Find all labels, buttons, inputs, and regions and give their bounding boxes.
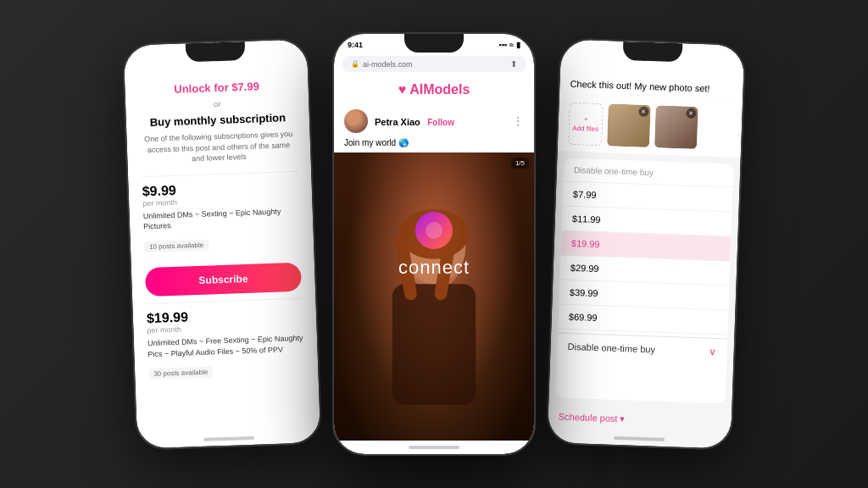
buy-monthly-title: Buy monthly subscription [140,111,296,129]
file-thumbnail-1: ✕ [607,103,651,147]
phone2-home-indicator [409,446,459,449]
phone3-home-indicator [614,436,665,441]
aimodels-logo: ♥AIModels [334,75,534,104]
site-name: AIModels [409,82,470,97]
post-image: 1/5 [334,152,534,441]
price-option-6[interactable]: $69.99 [558,304,728,335]
phone-subscription: Unlock for $7.99 or Buy monthly subscrip… [122,37,323,450]
divider1 [142,171,298,177]
plan1-description: Unlimited DMs ~ Sexting ~ Epic Naughty P… [143,206,300,233]
file-thumbnail-2: ✕ [654,105,698,149]
avatar-image [344,109,368,133]
share-icon: ⬆ [510,59,517,69]
schedule-post-button[interactable]: Schedule post ▾ [548,404,732,435]
divider2 [146,298,302,304]
post-counter: 1/5 [511,158,529,169]
plus-icon: + [584,115,588,123]
profile-bio: Join my world 🌎 [334,138,534,152]
plan2-posts-badge: 30 posts available [148,367,213,380]
lock-icon: 🔒 [351,60,359,68]
avatar [344,109,368,133]
time-display: 9:41 [348,41,363,49]
url-text: ai-models.com [363,60,413,69]
profile-row: Petra Xiao Follow ⋮ [334,104,534,138]
wifi-icon: ≈ [509,41,514,49]
add-files-label: Add files [572,125,598,133]
phone-settings: Check this out! My new photo set! + Add … [546,37,747,450]
follow-button[interactable]: Follow [427,118,454,127]
schedule-post-label: Schedule post ▾ [559,412,626,425]
address-bar[interactable]: 🔒 ai-models.com ⬆ [342,56,526,72]
phone-aimodels: 9:41 ▪▪▪ ≈ ▮ 🔒 ai-models.com ⬆ ♥AIModels [332,32,536,456]
plan2-description: Unlimited DMs ~ Free Sexting ~ Epic Naug… [147,333,304,360]
plan1-section: $9.99 per month Unlimited DMs ~ Sexting … [142,179,300,260]
phone2-notch [404,34,464,53]
heart-icon: ♥ [398,82,407,97]
or-text: or [139,97,295,111]
subscribe-button[interactable]: Subscribe [145,263,302,297]
plan2-section: $19.99 per month Unlimited DMs ~ Free Se… [147,306,305,387]
dropdown-selected-label: Disable one-time buy [568,341,656,355]
phone1-notch [186,42,246,62]
main-scene: Unlock for $7.99 or Buy monthly subscrip… [0,0,868,488]
more-options-icon[interactable]: ⋮ [512,114,524,128]
plan1-posts-badge: 10 posts available [144,240,209,253]
profile-name: Petra Xiao [375,117,420,127]
status-icons: ▪▪▪ ≈ ▮ [498,41,520,49]
subscription-description: One of the following subscriptions gives… [140,129,297,166]
add-files-button[interactable]: + Add files [568,103,604,146]
dropdown-select[interactable]: Disable one-time buy ∨ [557,332,727,364]
post-image-content [334,152,534,441]
svg-rect-3 [392,284,476,405]
price-dropdown-card: Disable one-time buy $7.99 $11.99 $19.99… [556,158,734,404]
chevron-down-icon: ∨ [709,346,716,358]
phone1-home-indicator [203,436,254,441]
unlock-button[interactable]: Unlock for $7.99 [138,79,294,97]
signal-icon: ▪▪▪ [498,41,507,49]
battery-icon: ▮ [516,41,520,49]
files-row: + Add files ✕ ✕ [558,95,743,157]
phone3-notch [623,42,683,62]
